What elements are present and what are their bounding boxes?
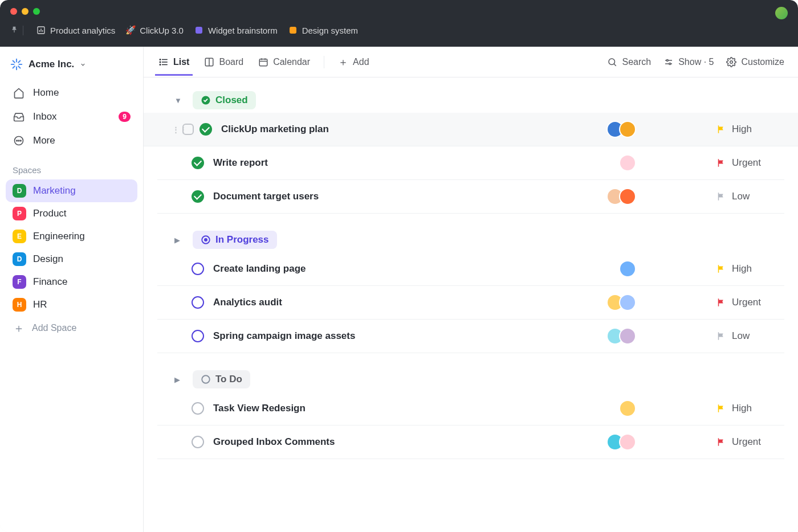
task-priority[interactable]: High <box>716 403 784 414</box>
task-priority[interactable]: High <box>716 124 784 135</box>
assignees[interactable] <box>619 260 636 277</box>
space-label: Design <box>33 253 63 265</box>
assignees[interactable] <box>606 188 636 205</box>
sidebar: Acme Inc. Home Inbox 9 More Spaces DMark… <box>0 47 144 532</box>
maximize-window-button[interactable] <box>33 8 40 15</box>
task-priority[interactable]: Urgent <box>716 297 784 308</box>
task-status-icon[interactable] <box>192 157 204 169</box>
svg-point-10 <box>17 140 18 141</box>
flag-icon <box>716 403 726 414</box>
assignees[interactable] <box>619 154 636 171</box>
nav-more[interactable]: More <box>6 129 137 153</box>
group-toggle[interactable]: ▶ <box>174 375 185 384</box>
user-avatar[interactable] <box>775 7 788 19</box>
priority-label: Urgent <box>732 436 761 448</box>
space-item[interactable]: EEngineering <box>6 225 137 248</box>
task-status-icon[interactable] <box>192 296 204 309</box>
avatar <box>619 121 636 138</box>
task-row[interactable]: Create landing pageHigh <box>157 252 784 286</box>
task-checkbox[interactable] <box>182 124 194 135</box>
tab-icon: 🚀 <box>125 25 136 35</box>
priority-label: Urgent <box>732 157 761 169</box>
nav-home[interactable]: Home <box>6 81 137 105</box>
space-icon: D <box>13 184 26 198</box>
group-toggle[interactable]: ▶ <box>174 236 185 244</box>
search-button[interactable]: Search <box>607 57 651 67</box>
task-status-icon[interactable] <box>192 263 204 275</box>
drag-handle[interactable]: ⋮⋮ <box>172 125 182 134</box>
show-button[interactable]: Show · 5 <box>663 57 714 67</box>
minimize-window-button[interactable] <box>22 8 28 15</box>
assignees[interactable] <box>606 328 636 345</box>
task-status-icon[interactable] <box>192 330 204 342</box>
assignees[interactable] <box>606 294 636 311</box>
task-status-icon[interactable] <box>192 190 204 203</box>
task-row[interactable]: Analytics auditUrgent <box>157 286 784 320</box>
assignees[interactable] <box>606 121 636 138</box>
space-icon: D <box>13 252 26 266</box>
svg-point-34 <box>204 238 207 242</box>
chevron-down-icon <box>80 62 86 68</box>
add-space-button[interactable]: ＋ Add Space <box>6 316 137 340</box>
flag-icon <box>716 191 726 202</box>
space-icon: P <box>13 207 26 220</box>
space-item[interactable]: DMarketing <box>6 179 137 202</box>
task-priority[interactable]: High <box>716 263 784 275</box>
group-toggle[interactable]: ▼ <box>174 96 185 105</box>
status-pill[interactable]: Closed <box>193 91 256 109</box>
svg-line-7 <box>13 66 15 68</box>
workspace-switcher[interactable]: Acme Inc. <box>6 55 137 81</box>
view-list[interactable]: List <box>157 49 190 75</box>
task-name: Spring campaign image assets <box>213 330 606 342</box>
close-window-button[interactable] <box>10 8 17 15</box>
task-row[interactable]: ⋮⋮ClickUp marketing planHigh <box>144 113 798 146</box>
space-label: Finance <box>33 276 67 288</box>
board-icon <box>204 57 214 67</box>
tab-label: ClickUp 3.0 <box>140 26 184 35</box>
inbox-badge: 9 <box>119 112 131 122</box>
tab-label: Widget brainstorm <box>208 26 278 35</box>
task-priority[interactable]: Urgent <box>716 157 784 169</box>
task-priority[interactable]: Low <box>716 191 784 202</box>
svg-line-26 <box>614 64 616 66</box>
space-item[interactable]: HHR <box>6 293 137 316</box>
add-view-button[interactable]: ＋ Add <box>337 47 370 77</box>
status-label: Closed <box>215 95 248 106</box>
nav-inbox[interactable]: Inbox 9 <box>6 105 137 129</box>
group-header: ▼Closed <box>157 91 784 109</box>
top-tab[interactable]: Widget brainstorm <box>194 25 278 35</box>
svg-point-35 <box>202 375 210 383</box>
top-tab[interactable]: Design system <box>288 25 358 35</box>
task-priority[interactable]: Urgent <box>716 436 784 448</box>
assignees[interactable] <box>619 400 636 417</box>
space-item[interactable]: PProduct <box>6 202 137 225</box>
task-status-icon[interactable] <box>192 436 204 448</box>
priority-label: Low <box>732 191 750 202</box>
view-board[interactable]: Board <box>203 49 245 75</box>
status-pill[interactable]: To Do <box>193 370 250 388</box>
view-list-label: List <box>173 57 189 67</box>
space-item[interactable]: FFinance <box>6 271 137 293</box>
top-tab[interactable]: 🚀ClickUp 3.0 <box>125 25 184 35</box>
task-priority[interactable]: Low <box>716 330 784 342</box>
view-bar: List Board Calendar ＋ Add S <box>144 47 798 77</box>
task-row[interactable]: Write reportUrgent <box>157 146 784 180</box>
task-name: ClickUp marketing plan <box>221 124 606 135</box>
task-row[interactable]: Grouped Inbox CommentsUrgent <box>157 425 784 459</box>
space-item[interactable]: DDesign <box>6 248 137 271</box>
task-row[interactable]: Document target usersLow <box>157 180 784 214</box>
task-status-icon[interactable] <box>199 123 212 136</box>
add-view-label: Add <box>353 57 369 67</box>
pin-icon[interactable] <box>10 26 23 35</box>
task-row[interactable]: Task View RedesignHigh <box>157 392 784 425</box>
task-status-icon[interactable] <box>192 402 204 415</box>
search-label: Search <box>622 57 651 67</box>
tab-icon <box>36 25 46 35</box>
status-pill[interactable]: In Progress <box>193 231 277 249</box>
view-calendar[interactable]: Calendar <box>257 49 311 75</box>
task-row[interactable]: Spring campaign image assetsLow <box>157 320 784 353</box>
top-tab[interactable]: Product analytics <box>36 25 115 35</box>
task-name: Analytics audit <box>213 297 606 308</box>
assignees[interactable] <box>606 433 636 451</box>
customize-button[interactable]: Customize <box>726 57 784 67</box>
